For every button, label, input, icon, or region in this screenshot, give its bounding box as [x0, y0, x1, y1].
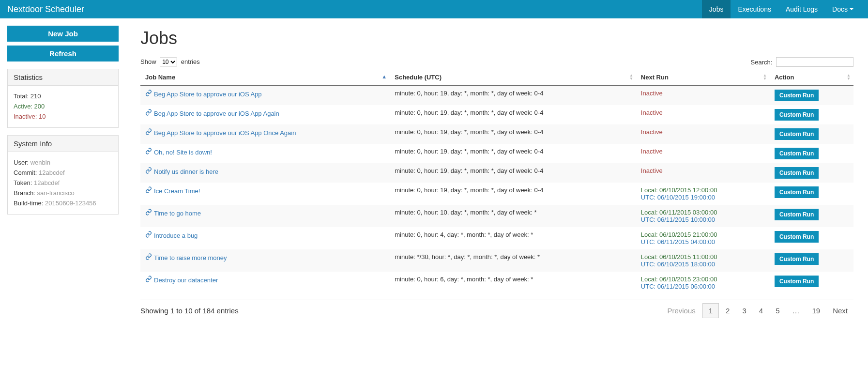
job-link[interactable]: Ice Cream Time!	[154, 187, 200, 195]
pagination-page[interactable]: 2	[720, 304, 735, 318]
job-link[interactable]: Oh, no! Site is down!	[154, 149, 212, 156]
sysinfo-row: Build-time: 20150609-123456	[14, 199, 112, 209]
search-control: Search:	[751, 57, 853, 67]
status-inactive: Inactive	[641, 148, 663, 155]
pagination-prev[interactable]: Previous	[661, 304, 701, 318]
table-row: Notify us dinner is hereminute: 0, hour:…	[140, 163, 853, 183]
stat-inactive: Inactive: 10	[14, 112, 112, 122]
pagination-page[interactable]: 19	[806, 304, 826, 318]
table-row: Beg App Store to approve our iOS App Onc…	[140, 124, 853, 144]
sysinfo-value: wenbin	[30, 159, 50, 166]
nav-item-jobs[interactable]: Jobs	[702, 0, 731, 18]
custom-run-button[interactable]: Custom Run	[775, 109, 819, 121]
pagination-next[interactable]: Next	[827, 304, 853, 318]
nextrun-local: Local: 06/10/2015 23:00:00	[641, 276, 765, 283]
statistics-heading: Statistics	[8, 69, 118, 86]
column-header[interactable]: Action▲▼	[770, 70, 853, 85]
link-icon	[145, 209, 152, 217]
stat-total: Total: 210	[14, 92, 112, 102]
sysinfo-row: Token: 12abcdef	[14, 178, 112, 188]
sysinfo-row: Branch: san-francisco	[14, 188, 112, 199]
sysinfo-heading: System Info	[8, 136, 118, 152]
pagination-page[interactable]: 5	[770, 304, 785, 318]
schedule-cell: minute: 0, hour: 10, day: *, month: *, d…	[390, 205, 636, 227]
job-link[interactable]: Beg App Store to approve our iOS App	[154, 91, 262, 98]
main-content: Jobs Show 10 entries Search: Job Name▲Sc…	[126, 18, 868, 328]
show-entries-select[interactable]: 10	[160, 58, 177, 66]
column-header[interactable]: Next Run▲▼	[636, 70, 770, 85]
status-inactive: Inactive	[641, 128, 663, 136]
nextrun-cell: Inactive	[636, 105, 770, 124]
nextrun-local: Local: 06/10/2015 11:00:00	[641, 253, 765, 261]
sysinfo-value: 20150609-123456	[45, 200, 96, 207]
refresh-button[interactable]: Refresh	[7, 46, 119, 62]
nav-item-docs[interactable]: Docs	[825, 0, 861, 18]
nextrun-cell: Local: 06/10/2015 21:00:00UTC: 06/11/201…	[636, 227, 770, 249]
navbar-nav: JobsExecutionsAudit LogsDocs	[702, 0, 861, 18]
nextrun-local: Local: 06/11/2015 03:00:00	[641, 209, 765, 216]
sysinfo-label: Build-time:	[14, 200, 45, 207]
custom-run-button[interactable]: Custom Run	[775, 90, 819, 101]
nextrun-utc: UTC: 06/11/2015 04:00:00	[641, 238, 765, 246]
stat-active: Active: 200	[14, 102, 112, 112]
pagination-page[interactable]: 4	[753, 304, 769, 318]
status-inactive: Inactive	[641, 167, 663, 174]
table-row: Ice Cream Time!minute: 0, hour: 19, day:…	[140, 183, 853, 205]
schedule-cell: minute: 0, hour: 4, day: *, month: *, da…	[390, 227, 636, 249]
sysinfo-row: User: wenbin	[14, 158, 112, 168]
job-link[interactable]: Beg App Store to approve our iOS App Onc…	[154, 129, 296, 137]
pagination-page[interactable]: 3	[736, 304, 752, 318]
schedule-cell: minute: 0, hour: 19, day: *, month: *, d…	[390, 144, 636, 163]
custom-run-button[interactable]: Custom Run	[775, 167, 819, 179]
nextrun-utc: UTC: 06/10/2015 18:00:00	[641, 261, 765, 268]
navbar-brand[interactable]: Nextdoor Scheduler	[7, 4, 84, 15]
custom-run-button[interactable]: Custom Run	[775, 276, 819, 287]
table-row: Destroy our datacenterminute: 0, hour: 6…	[140, 272, 853, 294]
table-row: Time to go homeminute: 0, hour: 10, day:…	[140, 205, 853, 227]
custom-run-button[interactable]: Custom Run	[775, 253, 819, 265]
custom-run-button[interactable]: Custom Run	[775, 231, 819, 243]
custom-run-button[interactable]: Custom Run	[775, 209, 819, 220]
nav-item-executions[interactable]: Executions	[731, 0, 778, 18]
sysinfo-label: Branch:	[14, 189, 37, 197]
column-header[interactable]: Schedule (UTC)▲▼	[390, 70, 636, 85]
pagination-page[interactable]: 1	[702, 303, 719, 318]
pagination-ellipsis: …	[786, 304, 805, 318]
status-inactive: Inactive	[641, 90, 663, 97]
custom-run-button[interactable]: Custom Run	[775, 148, 819, 159]
link-icon	[145, 231, 152, 239]
nextrun-utc: UTC: 06/11/2015 10:00:00	[641, 216, 765, 223]
table-row: Introduce a bugminute: 0, hour: 4, day: …	[140, 227, 853, 249]
table-row: Beg App Store to approve our iOS Appminu…	[140, 85, 853, 105]
job-link[interactable]: Time to raise more money	[154, 254, 227, 261]
job-link[interactable]: Notify us dinner is here	[154, 168, 218, 175]
sort-icon: ▲▼	[847, 74, 851, 80]
new-job-button[interactable]: New Job	[7, 26, 119, 42]
link-icon	[145, 148, 152, 156]
job-link[interactable]: Beg App Store to approve our iOS App Aga…	[154, 110, 279, 117]
link-icon	[145, 90, 152, 98]
caret-icon	[850, 8, 853, 10]
job-link[interactable]: Destroy our datacenter	[154, 277, 218, 284]
job-link[interactable]: Time to go home	[154, 210, 201, 217]
sysinfo-row: Commit: 12abcdef	[14, 168, 112, 178]
custom-run-button[interactable]: Custom Run	[775, 128, 819, 140]
nextrun-utc: UTC: 06/10/2015 19:00:00	[641, 194, 765, 201]
nextrun-cell: Local: 06/10/2015 23:00:00UTC: 06/11/201…	[636, 272, 770, 294]
nav-item-audit-logs[interactable]: Audit Logs	[778, 0, 825, 18]
jobs-table: Job Name▲Schedule (UTC)▲▼Next Run▲▼Actio…	[140, 70, 853, 294]
nextrun-local: Local: 06/10/2015 21:00:00	[641, 231, 765, 238]
sort-icon: ▲▼	[763, 74, 767, 80]
search-input[interactable]	[776, 57, 853, 67]
custom-run-button[interactable]: Custom Run	[775, 186, 819, 198]
link-icon	[145, 186, 152, 195]
nextrun-cell: Local: 06/10/2015 12:00:00UTC: 06/10/201…	[636, 183, 770, 205]
job-link[interactable]: Introduce a bug	[154, 232, 198, 239]
table-row: Oh, no! Site is down!minute: 0, hour: 19…	[140, 144, 853, 163]
table-row: Beg App Store to approve our iOS App Aga…	[140, 105, 853, 124]
show-entries: Show 10 entries	[140, 58, 200, 66]
pagination: Previous12345…19Next	[661, 303, 853, 318]
nextrun-cell: Inactive	[636, 163, 770, 183]
nextrun-cell: Inactive	[636, 124, 770, 144]
column-header[interactable]: Job Name▲	[140, 70, 390, 85]
